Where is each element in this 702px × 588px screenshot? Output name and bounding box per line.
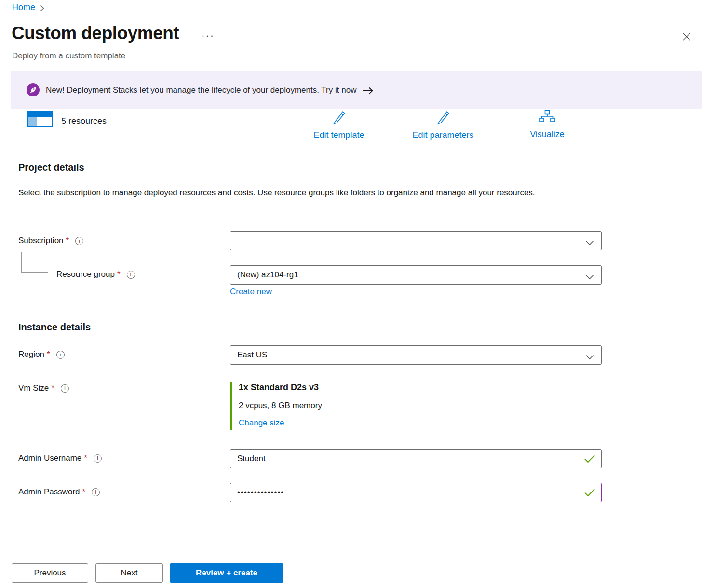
create-new-link[interactable]: Create new — [230, 287, 272, 297]
review-create-button[interactable]: Review + create — [170, 563, 284, 583]
required-asterisk: * — [82, 487, 86, 497]
title-row: Custom deployment ··· — [12, 23, 215, 43]
subscription-dropdown[interactable] — [230, 231, 602, 250]
info-icon[interactable] — [75, 237, 83, 245]
breadcrumb-home-link[interactable]: Home — [12, 2, 35, 13]
close-icon — [682, 32, 691, 43]
chevron-down-icon — [585, 353, 594, 362]
field-connector-line — [21, 252, 48, 273]
template-resources-icon — [27, 109, 54, 130]
chevron-right-icon — [40, 5, 44, 12]
change-size-link[interactable]: Change size — [239, 418, 322, 428]
admin-username-label: Admin Username * — [18, 453, 102, 463]
required-asterisk: * — [47, 350, 50, 359]
previous-button[interactable]: Previous — [12, 563, 88, 583]
visualize-button[interactable]: Visualize — [506, 110, 588, 139]
vm-size-specs: 2 vcpus, 8 GB memory — [239, 401, 322, 410]
vm-size-summary: 1x Standard D2s v3 2 vcpus, 8 GB memory … — [230, 382, 322, 430]
more-menu-ellipsis[interactable]: ··· — [201, 26, 215, 41]
resource-group-label: Resource group * — [56, 270, 135, 279]
next-button[interactable]: Next — [95, 563, 163, 583]
required-asterisk: * — [84, 453, 87, 463]
edit-parameters-label: Edit parameters — [412, 130, 473, 140]
info-icon[interactable] — [92, 488, 100, 496]
vm-size-label-text: Vm Size — [18, 383, 49, 393]
pencil-icon — [436, 110, 450, 127]
admin-password-label-text: Admin Password — [18, 487, 80, 497]
close-button[interactable] — [680, 31, 693, 44]
region-dropdown[interactable]: East US — [230, 345, 602, 365]
info-icon[interactable] — [94, 454, 102, 463]
edit-parameters-button[interactable]: Edit parameters — [402, 110, 484, 140]
region-label: Region * — [18, 350, 65, 359]
resource-group-dropdown[interactable]: (New) az104-rg1 — [230, 265, 602, 285]
valid-check-icon — [584, 488, 595, 497]
vm-size-label: Vm Size * — [18, 383, 69, 393]
resource-group-label-text: Resource group — [56, 270, 115, 279]
info-icon[interactable] — [127, 271, 135, 279]
resource-count: 5 resources — [61, 116, 107, 126]
subscription-label-text: Subscription — [18, 236, 64, 246]
edit-template-button[interactable]: Edit template — [298, 110, 380, 140]
chevron-down-icon — [585, 238, 594, 248]
pencil-icon — [332, 110, 346, 127]
arrow-right-icon[interactable] — [362, 87, 374, 95]
admin-username-input[interactable] — [230, 449, 602, 468]
visualize-label: Visualize — [530, 129, 565, 139]
region-label-text: Region — [18, 350, 44, 359]
project-details-description: Select the subscription to manage deploy… — [18, 185, 570, 201]
instance-details-heading: Instance details — [18, 322, 91, 333]
page-subtitle: Deploy from a custom template — [12, 51, 125, 61]
required-asterisk: * — [66, 236, 69, 246]
valid-check-icon — [584, 454, 595, 463]
region-value: East US — [237, 350, 267, 360]
banner-message: New! Deployment Stacks let you manage th… — [46, 85, 356, 95]
rocket-icon — [27, 83, 40, 96]
diagram-icon — [539, 110, 555, 126]
resource-group-value: (New) az104-rg1 — [237, 270, 298, 280]
chevron-down-icon — [585, 273, 594, 282]
edit-template-label: Edit template — [313, 130, 364, 140]
required-asterisk: * — [117, 270, 121, 279]
vm-size-name: 1x Standard D2s v3 — [239, 383, 322, 393]
admin-password-label: Admin Password * — [18, 487, 100, 497]
info-icon[interactable] — [56, 351, 65, 359]
breadcrumb: Home — [12, 2, 44, 13]
info-icon[interactable] — [61, 384, 69, 393]
admin-password-input[interactable] — [230, 483, 602, 502]
notification-banner: New! Deployment Stacks let you manage th… — [11, 71, 702, 109]
subscription-label: Subscription * — [18, 236, 83, 246]
project-details-heading: Project details — [18, 162, 84, 173]
custom-deployment-page: Home Custom deployment ··· Deploy from a… — [0, 0, 702, 588]
required-asterisk: * — [51, 383, 54, 393]
page-title: Custom deployment — [12, 23, 179, 43]
admin-username-label-text: Admin Username — [18, 453, 81, 463]
